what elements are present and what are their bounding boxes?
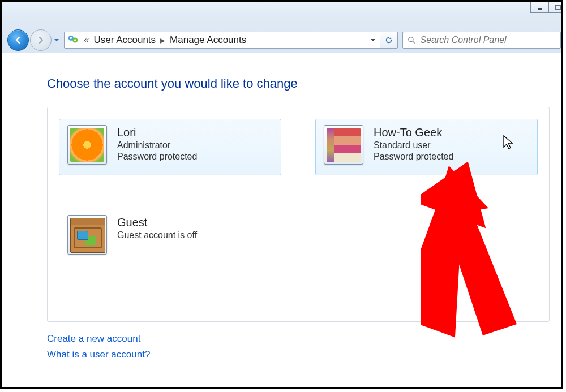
svg-point-4 — [70, 37, 72, 40]
account-tile-guest[interactable]: Guest Guest account is off — [59, 209, 281, 265]
account-status: Password protected — [117, 152, 197, 162]
footer-links: Create a new account What is a user acco… — [47, 333, 550, 360]
avatar-flower-icon — [70, 128, 104, 162]
maximize-button[interactable] — [548, 2, 563, 13]
avatar-frame — [67, 215, 107, 255]
account-name: How-To Geek — [374, 126, 453, 139]
breadcrumb-root[interactable]: User Accounts — [90, 35, 159, 46]
svg-rect-0 — [538, 8, 542, 10]
refresh-button[interactable] — [380, 32, 397, 48]
search-icon — [408, 36, 416, 45]
svg-line-7 — [413, 41, 415, 44]
nav-buttons — [7, 29, 63, 51]
account-tile-lori[interactable]: Lori Administrator Password protected — [59, 119, 281, 175]
account-status: Password protected — [374, 152, 453, 162]
svg-rect-1 — [556, 5, 560, 10]
back-button[interactable] — [7, 29, 29, 51]
account-tile-howtogeek[interactable]: How-To Geek Standard user Password prote… — [315, 119, 538, 175]
address-bar[interactable]: « User Accounts ▸ Manage Accounts — [64, 32, 398, 49]
search-input[interactable] — [419, 35, 556, 46]
accounts-panel: Lori Administrator Password protected Ho… — [47, 107, 550, 322]
avatar-frame — [324, 125, 363, 165]
forward-button[interactable] — [30, 29, 52, 51]
minimize-button[interactable] — [530, 2, 548, 13]
breadcrumb-chevron-icon: « — [83, 35, 90, 46]
avatar-suitcase-icon — [70, 218, 105, 253]
user-accounts-icon — [67, 34, 79, 46]
svg-point-5 — [74, 39, 76, 41]
account-name: Lori — [117, 126, 197, 139]
content-area: Choose the account you would like to cha… — [2, 54, 561, 387]
address-dropdown[interactable] — [366, 32, 380, 48]
what-is-account-link[interactable]: What is a user account? — [47, 349, 550, 360]
account-name: Guest — [117, 216, 197, 229]
account-role: Administrator — [117, 140, 197, 150]
create-account-link[interactable]: Create a new account — [47, 333, 550, 344]
svg-point-6 — [409, 37, 413, 42]
avatar-quilt-icon — [327, 128, 361, 162]
search-box[interactable] — [402, 32, 561, 49]
account-role: Guest account is off — [117, 230, 197, 240]
window-chrome: « User Accounts ▸ Manage Accounts — [2, 2, 561, 53]
nav-row: « User Accounts ▸ Manage Accounts — [7, 30, 561, 50]
breadcrumb-chevron-icon: ▸ — [159, 35, 166, 46]
page-title: Choose the account you would like to cha… — [47, 76, 550, 91]
breadcrumb-current[interactable]: Manage Accounts — [166, 35, 250, 46]
recent-pages-dropdown[interactable] — [53, 32, 61, 49]
window-controls — [530, 2, 563, 13]
account-role: Standard user — [374, 140, 453, 150]
avatar-frame — [67, 125, 107, 165]
